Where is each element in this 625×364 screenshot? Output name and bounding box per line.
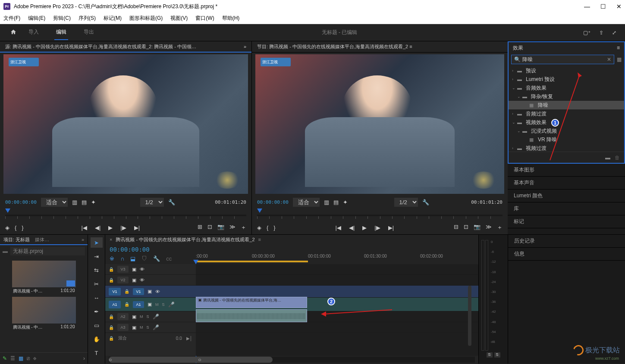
video-clip[interactable]: ▣ 腾讯视频 - 中国领先的在线视频媒体平台,海… xyxy=(196,297,307,308)
lock-icon[interactable]: 🔒 xyxy=(124,289,129,294)
effects-tree-item[interactable]: ›▬音频过渡 xyxy=(509,109,624,118)
menu-graphics[interactable]: 图形和标题(G) xyxy=(129,15,163,22)
audio-clip[interactable] xyxy=(196,309,307,322)
share-icon[interactable]: ⇪ xyxy=(599,30,603,36)
program-timecode-in[interactable]: 00:00:00:00 xyxy=(257,199,289,205)
settings-icon[interactable]: 🔧 xyxy=(168,199,175,205)
effects-tree-item[interactable]: ⌄▬降杂/恢复 xyxy=(509,92,624,101)
play-icon[interactable]: ▶ xyxy=(108,224,113,231)
rulers-icon[interactable]: ▤ xyxy=(82,199,87,205)
export-frame-icon[interactable]: 📷 xyxy=(474,224,481,231)
track-select-tool[interactable]: ⇥ xyxy=(91,251,103,261)
timeline-settings-icon[interactable]: ⛉ xyxy=(141,255,147,262)
go-to-in-icon[interactable]: |◀ xyxy=(336,224,341,231)
source-patch-v1[interactable]: V1 xyxy=(109,288,121,296)
timeline-zoom-scrollbar[interactable]: ○ ○ xyxy=(109,357,475,363)
track-target-a1[interactable]: A1 xyxy=(133,301,144,308)
solo-left[interactable]: S xyxy=(487,352,493,358)
workspace-edit[interactable]: 编辑 xyxy=(54,25,68,40)
panel-tab-lumetri-color[interactable]: Lumetri 颜色 xyxy=(508,190,625,202)
track-target-v1[interactable]: V1 xyxy=(133,288,144,295)
program-zoom-select[interactable]: 1/2 xyxy=(394,198,418,207)
close-button[interactable]: ✕ xyxy=(616,3,622,10)
source-patch-a1[interactable]: A1 xyxy=(109,301,121,308)
timeline-sequence-name[interactable]: 腾讯视频 - 中国领先的在线视频媒体平台,海量高清视频在线观看_2 xyxy=(116,236,254,243)
project-filter-input[interactable]: 无标题.prproj xyxy=(10,247,85,255)
fullscreen-icon[interactable]: ⤢ xyxy=(612,30,616,36)
icon-view-icon[interactable]: ▦ xyxy=(19,355,23,361)
program-fit-select[interactable]: 适合 xyxy=(293,198,320,207)
add-marker-icon[interactable]: ◈ xyxy=(5,224,9,231)
rectangle-tool[interactable]: ▭ xyxy=(91,320,103,330)
crosshair-icon[interactable]: ✦ xyxy=(91,199,96,205)
toggle-output-icon[interactable]: ▣ xyxy=(132,267,136,272)
step-back-icon[interactable]: ◀| xyxy=(95,224,101,231)
panel-chevron-icon[interactable]: » xyxy=(244,44,246,49)
automate-icon[interactable]: ⎆ xyxy=(33,355,36,361)
vertical-scrollbar[interactable] xyxy=(468,286,471,346)
step-back-icon[interactable]: ◀| xyxy=(349,224,355,231)
toggle-output-icon[interactable]: ▣ xyxy=(132,325,136,330)
go-to-in-icon[interactable]: |◀ xyxy=(82,224,87,231)
new-custom-bin-icon[interactable]: ▬ xyxy=(605,155,610,161)
close-sequence-icon[interactable]: × xyxy=(110,237,112,242)
workspace-export[interactable]: 导出 xyxy=(82,25,96,40)
menu-sequence[interactable]: 序列(S) xyxy=(79,15,96,22)
lock-icon[interactable]: 🔒 xyxy=(109,278,114,283)
toggle-output-icon[interactable]: ▣ xyxy=(132,277,136,283)
program-panel-header[interactable]: 节目: 腾讯视频 - 中国领先的在线视频媒体平台,海量高清视频在线观看_2 ≡ xyxy=(252,41,508,53)
menu-markers[interactable]: 标记(M) xyxy=(104,15,122,22)
go-to-out-icon[interactable]: ▶| xyxy=(388,224,394,231)
panel-tab-markers[interactable]: 标记 xyxy=(508,215,625,228)
export-frame-icon[interactable]: 📷 xyxy=(217,224,224,231)
effects-search-input[interactable]: 降噪 xyxy=(522,56,533,63)
effects-tree-item[interactable]: ›▬Lumetri 预设 xyxy=(509,75,624,84)
lock-icon[interactable]: 🔒 xyxy=(124,302,129,307)
toggle-output-icon[interactable]: ▣ xyxy=(148,302,152,307)
source-time-ruler[interactable] xyxy=(5,208,246,221)
slip-tool[interactable]: ↔ xyxy=(91,292,103,303)
workspace-import[interactable]: 导入 xyxy=(27,25,41,40)
menu-clip[interactable]: 剪辑(C) xyxy=(53,15,71,22)
lift-icon[interactable]: ⊟ xyxy=(454,224,459,231)
delete-icon[interactable]: 🗑 xyxy=(615,155,620,161)
toggle-output-icon[interactable]: ▣ xyxy=(148,289,152,294)
program-time-ruler[interactable] xyxy=(257,208,503,221)
menu-window[interactable]: 窗口(W) xyxy=(195,15,214,22)
linked-selection-icon[interactable]: ∩ xyxy=(120,255,124,262)
sort-icon[interactable]: ⎚ xyxy=(27,355,30,361)
source-video-view[interactable]: 浙江卫视 xyxy=(3,54,248,194)
eye-icon[interactable]: 👁 xyxy=(140,267,144,272)
find-icon[interactable]: › xyxy=(83,355,85,361)
source-zoom-select[interactable]: 1/2 xyxy=(140,198,164,207)
effects-tree-item[interactable]: ›▬视频过渡 xyxy=(509,144,624,152)
program-video-view[interactable]: 浙江卫视 xyxy=(255,54,504,194)
mark-in-icon[interactable]: { xyxy=(15,224,16,231)
markers-icon[interactable]: ▥ xyxy=(324,199,329,205)
track-target-a3[interactable]: A3 xyxy=(117,324,129,331)
go-to-out-icon[interactable]: ▶| xyxy=(134,224,140,231)
lock-icon[interactable]: 🔒 xyxy=(109,325,114,330)
timeline-timecode[interactable]: 00:00:00:00 xyxy=(110,246,192,253)
add-marker-icon[interactable]: ⬓ xyxy=(130,255,135,262)
toggle-output-icon[interactable]: ▣ xyxy=(132,314,136,320)
add-marker-icon[interactable]: ◈ xyxy=(257,224,261,231)
overwrite-icon[interactable]: ⊡ xyxy=(207,224,212,231)
snap-icon[interactable]: ※ xyxy=(110,255,114,262)
solo-right[interactable]: S xyxy=(494,352,500,358)
source-timecode-in[interactable]: 00:00:00:00 xyxy=(5,199,37,205)
insert-icon[interactable]: ⊞ xyxy=(198,224,202,231)
eye-icon[interactable]: 👁 xyxy=(140,277,144,283)
source-panel-header[interactable]: 源: 腾讯视频 - 中国领先的在线视频媒体平台,海量高清视频在线观看_2: 腾讯… xyxy=(0,41,251,53)
effects-tree-item[interactable]: ▦降噪 xyxy=(509,101,624,109)
button-editor-icon[interactable]: ≫ xyxy=(229,224,236,231)
menu-edit[interactable]: 编辑(E) xyxy=(28,15,45,22)
effects-tree-item[interactable]: ⌄▬视频效果 xyxy=(509,118,624,127)
panel-menu-icon[interactable]: ≡ xyxy=(617,45,620,51)
step-forward-icon[interactable]: |▶ xyxy=(120,224,126,231)
effects-tree-item[interactable]: ›▬预设 xyxy=(509,66,624,75)
timeline-content[interactable]: ▣ 腾讯视频 - 中国领先的在线视频媒体平台,海… 2 xyxy=(196,264,478,356)
step-forward-icon[interactable]: |▶ xyxy=(374,224,380,231)
list-view-icon[interactable]: ☰ xyxy=(10,355,15,361)
menu-file[interactable]: 文件(F) xyxy=(3,15,20,22)
